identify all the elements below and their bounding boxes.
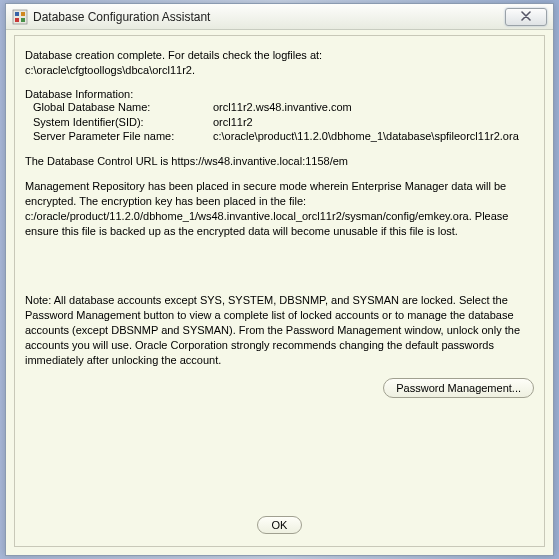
title-bar: Database Configuration Assistant [6,4,553,30]
password-button-row: Password Management... [25,378,534,398]
svg-rect-2 [21,12,25,16]
dbinfo-value: orcl11r2.ws48.invantive.com [213,100,352,115]
note-text: Note: All database accounts except SYS, … [25,293,534,367]
dbinfo-value: orcl11r2 [213,115,253,130]
window-title: Database Configuration Assistant [33,10,505,24]
svg-rect-1 [15,12,19,16]
ok-button[interactable]: OK [257,516,303,534]
dbinfo-row: System Identifier(SID): orcl11r2 [25,115,534,130]
close-icon [521,11,531,23]
dbinfo-label: Server Parameter File name: [33,129,213,144]
database-info-header: Database Information: [25,88,534,100]
svg-rect-3 [15,18,19,22]
password-management-button[interactable]: Password Management... [383,378,534,398]
database-info-block: Database Information: Global Database Na… [25,88,534,145]
control-url-text: The Database Control URL is https://ws48… [25,154,534,169]
creation-complete-text: Database creation complete. For details … [25,48,534,78]
svg-rect-4 [21,18,25,22]
dbinfo-label: Global Database Name: [33,100,213,115]
dialog-window: Database Configuration Assistant Databas… [5,3,554,556]
repository-text: Management Repository has been placed in… [25,179,534,238]
creation-line2: c:\oracle\cfgtoollogs\dbca\orcl11r2. [25,64,195,76]
dbinfo-row: Global Database Name: orcl11r2.ws48.inva… [25,100,534,115]
ok-button-row: OK [15,516,544,534]
app-icon [12,9,28,25]
close-button[interactable] [505,8,547,26]
dialog-content: Database creation complete. For details … [14,35,545,547]
creation-line1: Database creation complete. For details … [25,49,322,61]
dbinfo-row: Server Parameter File name: c:\oracle\pr… [25,129,534,144]
dbinfo-label: System Identifier(SID): [33,115,213,130]
dbinfo-value: c:\oracle\product\11.2.0\dbhome_1\databa… [213,129,519,144]
